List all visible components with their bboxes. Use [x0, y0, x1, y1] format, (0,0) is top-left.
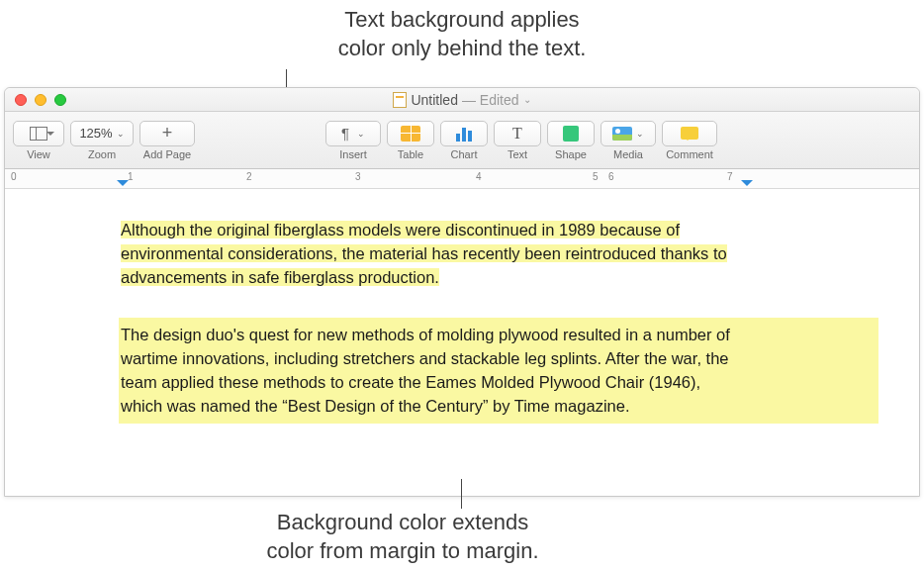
zoom-value: 125%	[79, 126, 112, 141]
close-icon[interactable]	[15, 94, 27, 106]
shape-icon	[563, 126, 579, 142]
document-icon	[393, 92, 407, 108]
plus-icon: +	[162, 123, 173, 143]
zoom-button[interactable]: 125% ⌄	[70, 121, 134, 146]
chart-button[interactable]	[440, 121, 488, 146]
chevron-down-icon: ⌄	[636, 129, 644, 139]
add-page-button[interactable]: +	[139, 121, 195, 146]
window-titlebar: Untitled — Edited ⌄	[5, 88, 919, 112]
callout-text: color only behind the text.	[0, 35, 924, 63]
chart-label: Chart	[451, 148, 478, 160]
comment-label: Comment	[666, 148, 713, 160]
callout-bottom: Background color extends color from marg…	[0, 509, 924, 565]
callout-text: Background color extends	[266, 509, 538, 537]
insert-label: Insert	[339, 148, 367, 160]
window-controls	[5, 94, 66, 106]
toolbar: View 125% ⌄ Zoom + Add Page ¶ ⌄ Insert	[5, 112, 919, 169]
chevron-down-icon: ⌄	[117, 129, 125, 139]
ruler-tick: 3	[355, 171, 361, 182]
chart-icon	[456, 126, 472, 142]
text-icon: T	[512, 125, 522, 143]
view-label: View	[27, 148, 50, 160]
paragraph-background[interactable]: The design duo's quest for new methods o…	[119, 318, 878, 425]
media-label: Media	[613, 148, 643, 160]
shape-label: Shape	[555, 148, 587, 160]
ruler[interactable]: 0 1 2 3 4 5 6 7	[5, 169, 919, 189]
document-canvas[interactable]: Although the original fiberglass models …	[5, 189, 919, 496]
shape-button[interactable]	[547, 121, 595, 146]
ruler-tick: 0	[11, 171, 17, 182]
insert-icon: ¶ ⌄	[341, 125, 365, 142]
view-button[interactable]	[13, 121, 64, 146]
ruler-tick: 7	[727, 171, 733, 182]
ruler-tick: 4	[476, 171, 482, 182]
paragraph[interactable]: The design duo's quest for new methods o…	[121, 324, 744, 419]
media-icon	[612, 127, 632, 141]
app-window: Untitled — Edited ⌄ View 125% ⌄ Zoom + A…	[4, 87, 920, 497]
callout-top: Text background applies color only behin…	[0, 0, 924, 62]
media-button[interactable]: ⌄	[601, 121, 656, 146]
insert-button[interactable]: ¶ ⌄	[325, 121, 381, 146]
paragraph-gap	[121, 290, 879, 318]
callout-leader-line	[461, 479, 462, 509]
zoom-label: Zoom	[88, 148, 116, 160]
body-text: The design duo's quest for new methods o…	[121, 326, 730, 415]
pilcrow-icon: ¶	[341, 125, 349, 142]
zoom-window-icon[interactable]	[54, 94, 66, 106]
add-page-label: Add Page	[143, 148, 191, 160]
table-icon	[401, 126, 420, 142]
highlighted-text: Although the original fiberglass models …	[121, 221, 727, 286]
chevron-down-icon[interactable]: ⌄	[523, 94, 531, 105]
text-button[interactable]: T	[494, 121, 541, 146]
table-label: Table	[398, 148, 423, 160]
view-icon	[30, 127, 47, 141]
ruler-tick: 5	[593, 171, 599, 182]
window-title: Untitled — Edited ⌄	[5, 92, 919, 108]
ruler-tick: 6	[608, 171, 614, 182]
comment-icon	[681, 127, 698, 140]
document-name: Untitled	[411, 92, 457, 108]
table-button[interactable]	[387, 121, 434, 146]
minimize-icon[interactable]	[35, 94, 46, 106]
chevron-down-icon: ⌄	[357, 129, 365, 139]
document-state: — Edited	[462, 92, 519, 108]
paragraph[interactable]: Although the original fiberglass models …	[121, 219, 754, 290]
ruler-tick: 2	[246, 171, 252, 182]
text-label: Text	[508, 148, 527, 160]
callout-text: color from margin to margin.	[266, 537, 538, 566]
comment-button[interactable]	[662, 121, 717, 146]
callout-text: Text background applies	[0, 6, 924, 35]
